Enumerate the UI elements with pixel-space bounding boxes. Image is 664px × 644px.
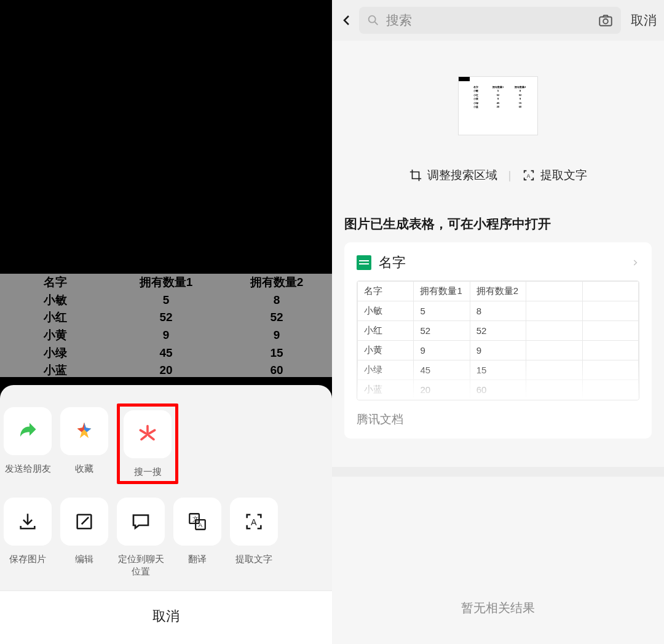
table-row: 小敏58 bbox=[358, 301, 639, 321]
card-source: 腾讯文档 bbox=[344, 400, 652, 430]
no-result-text: 暂无相关结果 bbox=[332, 477, 664, 616]
col-header: 拥有数量2 bbox=[221, 274, 332, 292]
table-row: 小蓝2060 bbox=[358, 380, 639, 400]
preview-table: 名字 拥有数量1 拥有数量2 小敏58 小红5252 小黄99 小绿4515 小… bbox=[0, 274, 332, 380]
search-cancel-button[interactable]: 取消 bbox=[631, 12, 657, 29]
svg-point-15 bbox=[603, 19, 608, 24]
svg-text:A: A bbox=[527, 173, 531, 179]
svg-line-4 bbox=[149, 435, 154, 439]
svg-point-5 bbox=[146, 432, 149, 435]
share-extract-text[interactable]: A 提取文字 bbox=[230, 498, 278, 565]
svg-line-1 bbox=[140, 430, 145, 433]
chevron-right-icon bbox=[631, 258, 639, 267]
right-panel: 搜索 取消 名字拥有数量1拥有数量2 小敏58 小红5252 小黄99 小绿45… bbox=[332, 0, 664, 644]
left-panel: 名字 拥有数量1 拥有数量2 小敏58 小红5252 小黄99 小绿4515 小… bbox=[0, 0, 332, 644]
share-row-1: 发送给朋友 收藏 搜一搜 bbox=[0, 407, 332, 485]
crop-area-button[interactable]: 调整搜索区域 bbox=[409, 167, 497, 183]
svg-line-3 bbox=[141, 435, 146, 439]
result-card[interactable]: 名字 名字 拥有数量1 拥有数量2 小敏58 小红5252 小黄99 小绿451… bbox=[344, 242, 652, 439]
svg-point-12 bbox=[369, 16, 376, 23]
search-icon bbox=[366, 14, 380, 27]
image-preview: 名字 拥有数量1 拥有数量2 小敏58 小红5252 小黄99 小绿4515 小… bbox=[0, 274, 332, 377]
extract-text-button[interactable]: A 提取文字 bbox=[522, 167, 587, 183]
card-header[interactable]: 名字 bbox=[344, 253, 652, 280]
result-heading: 图片已生成表格，可在小程序中打开 bbox=[332, 204, 664, 242]
col-header: 名字 bbox=[0, 274, 111, 292]
ocr-icon: A bbox=[243, 511, 264, 532]
card-title: 名字 bbox=[379, 253, 631, 272]
table-row: 小绿4515 bbox=[358, 360, 639, 380]
crop-icon bbox=[409, 169, 422, 182]
share-edit[interactable]: 编辑 bbox=[60, 498, 108, 565]
thumbnail-area: 名字拥有数量1拥有数量2 小敏58 小红5252 小黄99 小绿4515 小蓝2… bbox=[332, 41, 664, 141]
share-save-image[interactable]: 保存图片 bbox=[4, 498, 52, 565]
search-input[interactable]: 搜索 bbox=[359, 7, 621, 34]
col-header: 拥有数量1 bbox=[111, 274, 221, 292]
highlighted-search-option: 搜一搜 bbox=[117, 403, 178, 485]
translate-icon: 文A bbox=[187, 511, 208, 532]
cancel-button[interactable]: 取消 bbox=[0, 590, 332, 644]
table-row: 小黄99 bbox=[358, 341, 639, 360]
back-icon[interactable] bbox=[339, 13, 354, 28]
share-icon bbox=[17, 420, 39, 442]
chat-icon bbox=[130, 511, 152, 533]
svg-text:A: A bbox=[251, 517, 257, 527]
favorite-icon bbox=[74, 421, 95, 442]
image-tools: 调整搜索区域 | A 提取文字 bbox=[332, 141, 664, 204]
thumbnail[interactable]: 名字拥有数量1拥有数量2 小敏58 小红5252 小黄99 小绿4515 小蓝2… bbox=[458, 76, 538, 135]
search-bar: 搜索 取消 bbox=[332, 0, 664, 41]
search-placeholder: 搜索 bbox=[386, 12, 598, 29]
divider: | bbox=[508, 169, 512, 182]
download-icon bbox=[17, 511, 38, 532]
svg-line-13 bbox=[375, 22, 378, 25]
spreadsheet-icon bbox=[357, 255, 371, 270]
table-row: 小红5252 bbox=[358, 321, 639, 341]
svg-rect-14 bbox=[599, 17, 612, 26]
share-sheet: 发送给朋友 收藏 搜一搜 保存图片 编辑 bbox=[0, 385, 332, 645]
share-send-friend[interactable]: 发送给朋友 bbox=[4, 407, 52, 475]
svg-line-2 bbox=[149, 430, 154, 433]
section-divider bbox=[332, 467, 664, 477]
share-locate-chat[interactable]: 定位到聊天位置 bbox=[117, 498, 165, 577]
share-translate[interactable]: 文A 翻译 bbox=[173, 498, 221, 565]
ocr-icon: A bbox=[522, 169, 536, 182]
svg-text:A: A bbox=[198, 522, 202, 528]
share-row-2: 保存图片 编辑 定位到聊天位置 文A 翻译 A 提取文字 bbox=[0, 498, 332, 577]
edit-icon bbox=[74, 511, 95, 532]
svg-text:文: 文 bbox=[192, 515, 199, 522]
share-favorite[interactable]: 收藏 bbox=[60, 407, 108, 475]
camera-icon[interactable] bbox=[598, 12, 614, 28]
search-spark-icon bbox=[135, 422, 160, 447]
result-table: 名字 拥有数量1 拥有数量2 小敏58 小红5252 小黄99 小绿4515 小… bbox=[357, 280, 639, 400]
share-search[interactable]: 搜一搜 bbox=[124, 410, 172, 478]
